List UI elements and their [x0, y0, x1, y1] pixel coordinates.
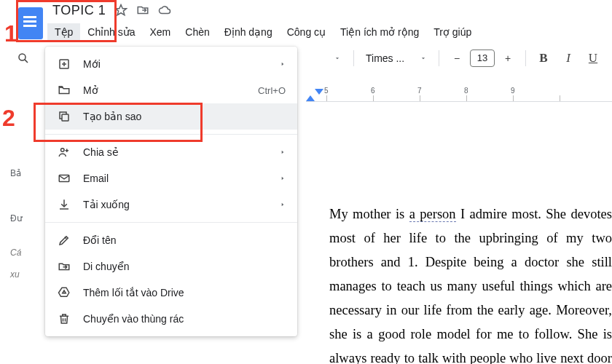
menu-open[interactable]: Mở Ctrl+O [45, 77, 297, 103]
svg-point-1 [19, 54, 26, 60]
folder-open-icon [57, 83, 71, 98]
menu-divider [45, 222, 297, 223]
menu-extensions[interactable]: Tiện ích mở rộng [333, 23, 426, 41]
font-size-input[interactable]: 13 [470, 50, 495, 67]
increase-font-button[interactable]: + [498, 48, 518, 68]
menu-insert[interactable]: Chèn [178, 23, 216, 41]
docs-logo[interactable] [18, 7, 43, 39]
indent-marker-bottom-icon[interactable] [306, 95, 315, 101]
rename-icon [57, 233, 71, 248]
search-icon[interactable] [13, 48, 34, 68]
menu-share-label: Chia sẻ [83, 146, 268, 158]
plus-box-icon [57, 57, 71, 71]
menu-download-label: Tải xuống [83, 199, 268, 210]
menu-new-label: Mới [83, 58, 268, 70]
submenu-arrow-icon [280, 201, 286, 208]
font-size-group: − 13 + [447, 48, 518, 68]
menu-help[interactable]: Trợ giúp [426, 23, 479, 41]
document-text[interactable]: My mother is a person I admire most. She… [329, 202, 612, 364]
file-menu-dropdown: Mới Mở Ctrl+O Tạo bản sao Chia sẻ Email [45, 47, 297, 336]
doc-title[interactable]: TOPIC 1 [52, 3, 106, 18]
submenu-arrow-icon [280, 149, 286, 156]
sidebar-partial: Bả Đư Cá xu [10, 164, 23, 298]
menu-email[interactable]: Email [45, 165, 297, 191]
spellcheck-underline: a person [409, 207, 456, 222]
menu-share[interactable]: Chia sẻ [45, 139, 297, 165]
annotation-label-2: 2 [2, 105, 15, 132]
bold-button[interactable]: B [533, 48, 554, 68]
decrease-font-button[interactable]: − [447, 48, 467, 68]
chevron-down-icon[interactable] [327, 48, 348, 68]
copy-icon [57, 109, 71, 124]
trash-icon [57, 312, 71, 326]
indent-marker-top-icon[interactable] [315, 89, 323, 95]
menu-download[interactable]: Tải xuống [45, 191, 297, 218]
submenu-arrow-icon [280, 60, 286, 68]
move-icon[interactable] [136, 4, 149, 17]
menu-edit[interactable]: Chỉnh sửa [80, 23, 142, 41]
menu-trash-label: Chuyển vào thùng rác [83, 313, 286, 325]
folder-move-icon [57, 259, 71, 274]
menu-bar: Tệp Chỉnh sửa Xem Chèn Định dạng Công cụ… [0, 20, 612, 44]
drive-shortcut-icon [57, 285, 71, 300]
menu-email-label: Email [83, 173, 268, 184]
italic-button[interactable]: I [558, 48, 578, 68]
underline-button[interactable]: U [583, 48, 603, 68]
font-family-dropdown[interactable]: Times ... [361, 51, 431, 66]
menu-move-label: Di chuyển [83, 261, 286, 272]
ruler[interactable]: 5 6 7 8 9 [306, 87, 612, 102]
font-name: Times ... [366, 52, 404, 64]
chevron-down-icon [420, 55, 427, 62]
svg-rect-6 [62, 114, 68, 121]
menu-add-shortcut-label: Thêm lối tắt vào Drive [83, 287, 286, 298]
menu-new[interactable]: Mới [45, 51, 297, 77]
download-icon [57, 197, 71, 212]
menu-make-copy-label: Tạo bản sao [83, 111, 286, 122]
svg-line-2 [25, 59, 28, 62]
menu-file[interactable]: Tệp [47, 23, 80, 41]
mail-icon [57, 171, 71, 186]
menu-trash[interactable]: Chuyển vào thùng rác [45, 306, 297, 332]
menu-divider [45, 134, 297, 135]
menu-view[interactable]: Xem [143, 23, 178, 41]
svg-point-7 [61, 149, 65, 152]
submenu-arrow-icon [280, 175, 286, 182]
menu-format[interactable]: Định dạng [217, 23, 280, 41]
menu-add-shortcut[interactable]: Thêm lối tắt vào Drive [45, 280, 297, 306]
star-icon[interactable] [114, 4, 128, 17]
menu-make-copy[interactable]: Tạo bản sao [45, 103, 297, 130]
menu-open-label: Mở [83, 84, 246, 96]
share-icon [57, 145, 71, 159]
svg-marker-0 [116, 5, 127, 15]
menu-rename-label: Đổi tên [83, 234, 286, 246]
menu-tools[interactable]: Công cụ [280, 23, 333, 41]
menu-open-shortcut: Ctrl+O [258, 85, 286, 96]
menu-move[interactable]: Di chuyển [45, 253, 297, 280]
cloud-icon[interactable] [158, 4, 171, 17]
annotation-label-1: 1 [4, 20, 17, 47]
menu-rename[interactable]: Đổi tên [45, 227, 297, 253]
